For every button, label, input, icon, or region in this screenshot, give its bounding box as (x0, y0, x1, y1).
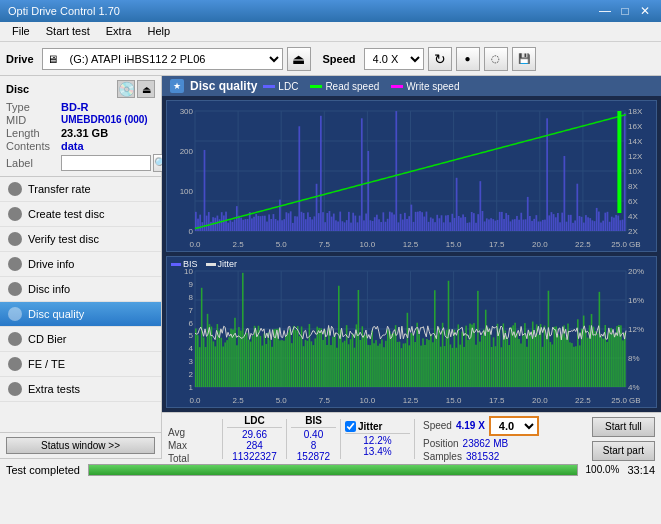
eject-button[interactable]: ⏏ (287, 47, 311, 71)
ldc-max: 284 (227, 440, 282, 451)
nav-label-cd-bier: CD Bier (28, 333, 67, 345)
create-test-disc-icon (8, 207, 22, 221)
disc-info-icon (8, 282, 22, 296)
position-label: Position (423, 438, 459, 449)
status-text: Test completed (6, 464, 80, 476)
title-bar: Opti Drive Control 1.70 — □ ✕ (0, 0, 661, 22)
nav-label-disc-info: Disc info (28, 283, 70, 295)
position-row: Position 23862 MB (423, 438, 539, 449)
chart-legend: LDC Read speed Write speed (263, 81, 459, 92)
sidebar-item-extra-tests[interactable]: Extra tests (0, 377, 161, 402)
drive-icon: 🖥 (43, 53, 62, 65)
bis-legend-jitter: Jitter (206, 259, 238, 269)
write-speed-color (391, 85, 403, 88)
divider-4 (414, 419, 415, 459)
transfer-rate-icon (8, 182, 22, 196)
menu-start-test[interactable]: Start test (38, 24, 98, 39)
speed-stat-value: 4.19 X (456, 420, 485, 431)
contents-label: Contents (6, 140, 61, 152)
sidebar-item-fe-te[interactable]: FE / TE (0, 352, 161, 377)
ldc-canvas (167, 101, 656, 251)
type-value: BD-R (61, 101, 89, 113)
menu-extra[interactable]: Extra (98, 24, 140, 39)
disc-contents-row: Contents data (6, 140, 155, 152)
speed-selector[interactable]: 4.0 X (364, 48, 424, 70)
status-window-button[interactable]: Status window >> (6, 437, 155, 454)
bis-legend: BIS Jitter (171, 259, 237, 269)
samples-row: Samples 381532 (423, 451, 539, 462)
extra-tests-icon (8, 382, 22, 396)
sidebar-item-create-test-disc[interactable]: Create test disc (0, 202, 161, 227)
divider-1 (222, 419, 223, 459)
max-label: Max (168, 439, 218, 452)
sidebar-item-disc-info[interactable]: Disc info (0, 277, 161, 302)
burn-button[interactable]: ● (456, 47, 480, 71)
save-button[interactable]: 💾 (512, 47, 536, 71)
progress-percent: 100.0% (586, 464, 620, 475)
ldc-total: 11322327 (227, 451, 282, 462)
start-buttons: Start full Start part (592, 417, 655, 461)
divider-2 (286, 419, 287, 459)
read-speed-label: Read speed (325, 81, 379, 92)
bis-chart: BIS Jitter (166, 256, 657, 408)
maximize-button[interactable]: □ (617, 3, 633, 19)
bis-legend-bis: BIS (171, 259, 198, 269)
position-value: 23862 MB (463, 438, 509, 449)
disc-length-row: Length 23.31 GB (6, 127, 155, 139)
jitter-checkbox[interactable] (345, 421, 356, 432)
start-part-button[interactable]: Start part (592, 441, 655, 461)
sidebar-item-transfer-rate[interactable]: Transfer rate (0, 177, 161, 202)
menu-help[interactable]: Help (139, 24, 178, 39)
bis-canvas (167, 257, 656, 407)
bis-total: 152872 (291, 451, 336, 462)
jitter-legend-label: Jitter (218, 259, 238, 269)
verify-test-disc-icon (8, 232, 22, 246)
samples-label: Samples (423, 451, 462, 462)
menu-bar: File Start test Extra Help (0, 22, 661, 42)
nav-label-verify-test-disc: Verify test disc (28, 233, 99, 245)
ldc-color (263, 85, 275, 88)
stats-bar: Avg Max Total LDC 29.66 284 11322327 BIS… (162, 412, 661, 464)
status-window-area: Status window >> (0, 432, 161, 458)
type-label: Type (6, 101, 61, 113)
disc-mid-row: MID UMEBDR016 (000) (6, 114, 155, 126)
ldc-avg: 29.66 (227, 429, 282, 440)
main-content: Disc 💿 ⏏ Type BD-R MID UMEBDR016 (000) L… (0, 76, 661, 458)
window-controls: — □ ✕ (597, 3, 653, 19)
sidebar-item-cd-bier[interactable]: CD Bier (0, 327, 161, 352)
sidebar: Disc 💿 ⏏ Type BD-R MID UMEBDR016 (000) L… (0, 76, 162, 458)
ldc-chart (166, 100, 657, 252)
erase-button[interactable]: ◌ (484, 47, 508, 71)
app-title: Opti Drive Control 1.70 (8, 5, 120, 17)
progress-bar-fill (89, 465, 577, 475)
minimize-button[interactable]: — (597, 3, 613, 19)
toolbar: Drive 🖥 (G:) ATAPI iHBS112 2 PL06 ⏏ Spee… (0, 42, 661, 76)
charts-container: BIS Jitter (162, 96, 661, 412)
sidebar-item-verify-test-disc[interactable]: Verify test disc (0, 227, 161, 252)
jitter-avg: 12.2% (345, 435, 410, 446)
jitter-color (206, 263, 216, 266)
close-button[interactable]: ✕ (637, 3, 653, 19)
sidebar-item-disc-quality[interactable]: Disc quality (0, 302, 161, 327)
panel-title: Disc quality (190, 79, 257, 93)
disc-info-panel: Disc 💿 ⏏ Type BD-R MID UMEBDR016 (000) L… (0, 76, 161, 177)
label-input[interactable] (61, 155, 151, 171)
speed-stat-label: Speed (423, 420, 452, 431)
disc-icon-btn[interactable]: 💿 (117, 80, 135, 98)
nav-label-transfer-rate: Transfer rate (28, 183, 91, 195)
write-speed-label: Write speed (406, 81, 459, 92)
menu-file[interactable]: File (4, 24, 38, 39)
speed-label: Speed (323, 53, 356, 65)
drive-selector[interactable]: (G:) ATAPI iHBS112 2 PL06 (62, 48, 282, 70)
disc-eject-btn[interactable]: ⏏ (137, 80, 155, 98)
legend-ldc: LDC (263, 81, 298, 92)
right-panel: ★ Disc quality LDC Read speed Write spee… (162, 76, 661, 458)
bis-avg: 0.40 (291, 429, 336, 440)
sidebar-item-drive-info[interactable]: Drive info (0, 252, 161, 277)
speed-stat-selector[interactable]: 4.0 X (489, 416, 539, 436)
refresh-button[interactable]: ↻ (428, 47, 452, 71)
cd-bier-icon (8, 332, 22, 346)
disc-section-label: Disc (6, 83, 29, 95)
start-full-button[interactable]: Start full (592, 417, 655, 437)
disc-label-row: Label 🔍 (6, 154, 155, 172)
